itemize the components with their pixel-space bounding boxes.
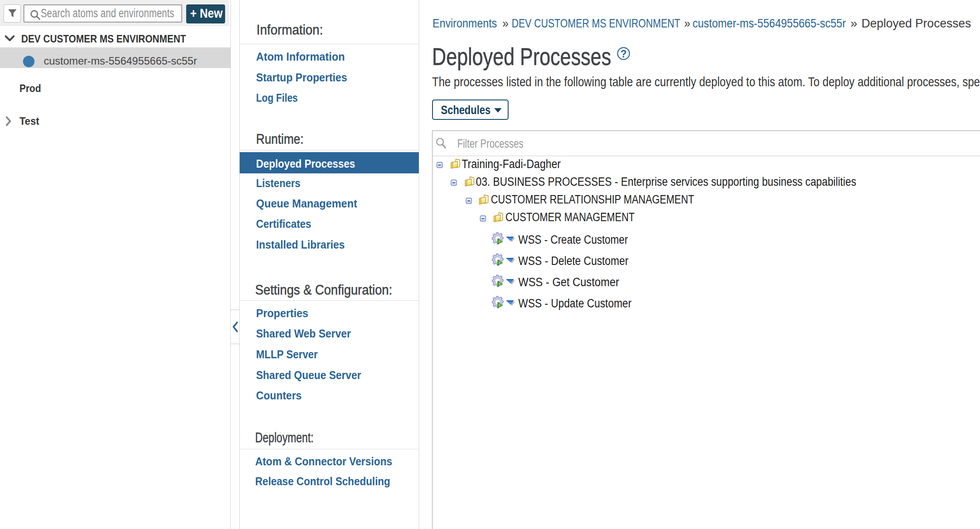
svg-text:?: ? [620,48,627,60]
